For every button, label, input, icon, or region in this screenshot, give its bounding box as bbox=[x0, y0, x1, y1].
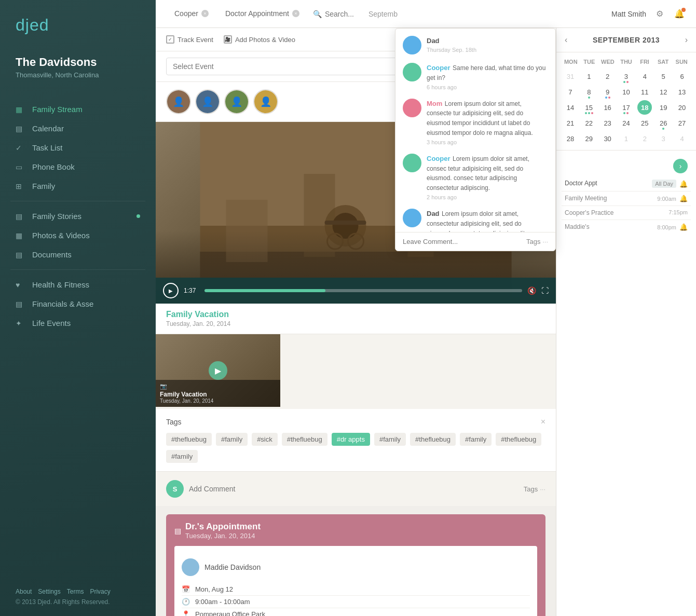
cal-day-25[interactable]: 25 bbox=[637, 116, 652, 130]
cal-day-5[interactable]: 5 bbox=[656, 69, 671, 84]
cal-day-24[interactable]: 24 bbox=[619, 116, 633, 130]
tab-doctor-appointment[interactable]: Doctor Appointment × bbox=[217, 0, 308, 28]
cal-day-7[interactable]: 7 bbox=[563, 85, 578, 99]
cal-day-6[interactable]: 6 bbox=[675, 69, 689, 84]
sidebar-item-task-list[interactable]: ✓ Task List bbox=[0, 138, 156, 157]
cal-day-1[interactable]: 1 bbox=[582, 69, 596, 84]
cal-day-22[interactable]: 22 bbox=[582, 116, 596, 130]
cal-day-2[interactable]: 2 bbox=[637, 131, 652, 146]
cal-day-15[interactable]: 15 bbox=[582, 100, 596, 115]
cal-day-18[interactable]: 18 bbox=[637, 100, 652, 115]
avatar-3[interactable]: 👤 bbox=[224, 89, 249, 114]
cal-day-27[interactable]: 27 bbox=[675, 116, 689, 130]
cal-day-2[interactable]: 2 bbox=[601, 69, 615, 84]
chat-text-3: Lorem ipsum dolor sit amet, consecte tur… bbox=[427, 100, 533, 136]
cal-day-10[interactable]: 10 bbox=[619, 85, 633, 99]
cal-day-30[interactable]: 30 bbox=[601, 131, 615, 146]
sidebar-item-documents[interactable]: ▤ Documents bbox=[0, 245, 156, 264]
cal-day-19[interactable]: 19 bbox=[656, 100, 671, 115]
notifications-icon[interactable]: 🔔 bbox=[673, 8, 686, 20]
tag-item[interactable]: #family bbox=[166, 450, 198, 463]
cal-day-3[interactable]: 3 bbox=[656, 131, 671, 146]
cal-header-thu: THU bbox=[617, 57, 636, 67]
tag-item[interactable]: #family bbox=[374, 433, 406, 446]
event-card-header: ▤ Dr.'s Appointment Tuesday, Jan. 20, 20… bbox=[174, 522, 537, 540]
cal-day-26[interactable]: 26 bbox=[656, 116, 671, 130]
avatar-4[interactable]: 👤 bbox=[253, 89, 278, 114]
cal-day-23[interactable]: 23 bbox=[601, 116, 615, 130]
sidebar-item-family[interactable]: ⊞ Family bbox=[0, 176, 156, 196]
close-tab-doctor[interactable]: × bbox=[292, 10, 299, 17]
all-day-badge: All Day bbox=[652, 180, 676, 188]
tag-item[interactable]: #family bbox=[460, 433, 492, 446]
chat-sender-5: Dad bbox=[427, 210, 440, 217]
sidebar-item-family-stories[interactable]: ▤ Family Stories bbox=[0, 207, 156, 226]
cal-day-21[interactable]: 21 bbox=[563, 116, 578, 130]
tag-item[interactable]: #thefluebug bbox=[496, 433, 541, 446]
tag-item[interactable]: #thefluebug bbox=[166, 433, 212, 446]
cal-day-14[interactable]: 14 bbox=[563, 100, 578, 115]
cal-day-4[interactable]: 4 bbox=[675, 131, 689, 146]
sidebar-item-photos-videos[interactable]: ▦ Photos & Videos bbox=[0, 226, 156, 245]
sidebar-item-life-events[interactable]: ✦ Life Events bbox=[0, 313, 156, 333]
location-icon: 📍 bbox=[182, 610, 190, 616]
track-event-btn[interactable]: ✓ Track Event bbox=[166, 35, 213, 44]
progress-bar[interactable] bbox=[204, 289, 522, 292]
tag-item[interactable]: #sick bbox=[252, 433, 278, 446]
cal-day-29[interactable]: 29 bbox=[582, 131, 596, 146]
schedule-next-btn[interactable]: › bbox=[673, 159, 688, 173]
tag-item-active[interactable]: #dr appts bbox=[332, 433, 370, 446]
sidebar-item-health-fitness[interactable]: ♥ Health & Fitness bbox=[0, 275, 156, 294]
volume-icon[interactable]: 🔇 bbox=[527, 286, 536, 295]
cal-days: 3112345678910111213141516171819202122232… bbox=[562, 69, 691, 146]
tag-item[interactable]: #thefluebug bbox=[410, 433, 456, 446]
sidebar-item-calendar[interactable]: ▤ Calendar bbox=[0, 119, 156, 138]
sidebar-item-family-stream[interactable]: ▦ Family Stream bbox=[0, 100, 156, 119]
comment-input[interactable] bbox=[189, 485, 518, 493]
event-title: Dr.'s Appointment bbox=[185, 522, 261, 532]
cal-days-header: MON TUE WED THU FRI SAT SUN bbox=[562, 57, 691, 67]
avatar-2[interactable]: 👤 bbox=[195, 89, 220, 114]
thumbnail-item[interactable]: ▶ 📷 Family Vacation Tuesday, Jan. 20, 20… bbox=[156, 334, 556, 409]
family-name: The Davidsons bbox=[16, 56, 140, 69]
cal-day-1[interactable]: 1 bbox=[619, 131, 633, 146]
play-button[interactable]: ▶ bbox=[163, 283, 179, 298]
tab-cooper[interactable]: Cooper × bbox=[166, 0, 217, 28]
tag-item[interactable]: #thefluebug bbox=[282, 433, 327, 446]
search-input[interactable] bbox=[325, 10, 366, 18]
finance-icon: ▤ bbox=[16, 300, 26, 308]
cal-prev-btn[interactable]: ‹ bbox=[565, 35, 567, 45]
cal-day-9[interactable]: 9 bbox=[601, 85, 615, 99]
chat-input[interactable] bbox=[403, 238, 521, 245]
terms-link[interactable]: Terms bbox=[67, 588, 84, 595]
tags-header: Tags × bbox=[166, 417, 545, 427]
cal-day-12[interactable]: 12 bbox=[656, 85, 671, 99]
about-link[interactable]: About bbox=[16, 588, 32, 595]
tags-close-btn[interactable]: × bbox=[541, 417, 545, 427]
privacy-link[interactable]: Privacy bbox=[90, 588, 110, 595]
close-tab-cooper[interactable]: × bbox=[201, 10, 209, 17]
cal-day-17[interactable]: 17 bbox=[619, 100, 633, 115]
cal-day-4[interactable]: 4 bbox=[637, 69, 652, 84]
cal-day-11[interactable]: 11 bbox=[637, 85, 652, 99]
sidebar-item-financials[interactable]: ▤ Financials & Asse bbox=[0, 294, 156, 313]
fullscreen-icon[interactable]: ⛶ bbox=[541, 286, 549, 295]
comment-tags[interactable]: Tags ··· bbox=[524, 485, 545, 493]
cal-day-20[interactable]: 20 bbox=[675, 100, 689, 115]
chat-avatar-dad-2 bbox=[403, 209, 421, 227]
settings-icon[interactable]: ⚙ bbox=[653, 8, 666, 20]
avatar-1[interactable]: 👤 bbox=[166, 89, 191, 114]
cal-day-8[interactable]: 8 bbox=[582, 85, 596, 99]
event-date: Tuesday, Jan. 20, 2014 bbox=[185, 532, 261, 540]
sidebar-item-phone-book[interactable]: ▭ Phone Book bbox=[0, 157, 156, 176]
add-photos-btn[interactable]: 🎥 Add Photos & Video bbox=[224, 35, 295, 44]
settings-link[interactable]: Settings bbox=[38, 588, 60, 595]
cal-day-3[interactable]: 3 bbox=[619, 69, 633, 84]
chat-message-4: Cooper Lorem ipsum dolor sit amet, conse… bbox=[403, 154, 548, 200]
cal-day-31[interactable]: 31 bbox=[563, 69, 578, 84]
cal-day-28[interactable]: 28 bbox=[563, 131, 578, 146]
tag-item[interactable]: #family bbox=[216, 433, 248, 446]
cal-day-13[interactable]: 13 bbox=[675, 85, 689, 99]
cal-next-btn[interactable]: › bbox=[685, 35, 688, 45]
cal-day-16[interactable]: 16 bbox=[601, 100, 615, 115]
